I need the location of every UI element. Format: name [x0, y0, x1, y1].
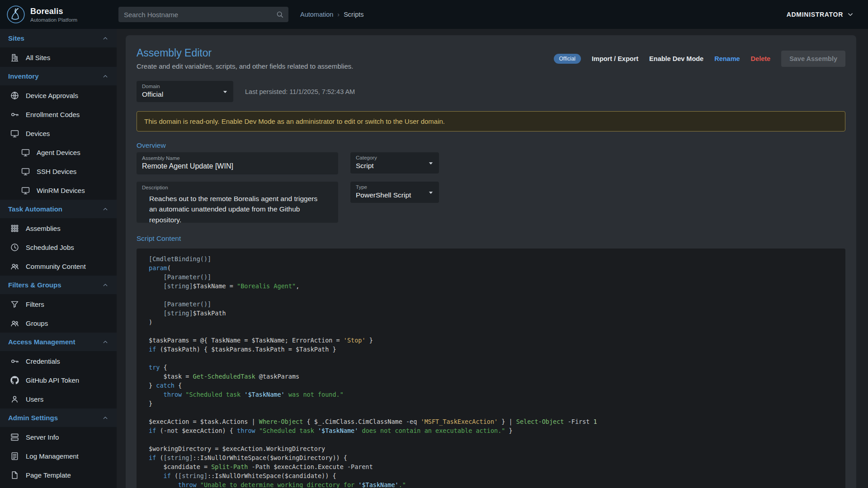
sidebar-item-label: Page Template: [26, 471, 71, 479]
brand-title: Borealis: [30, 7, 77, 16]
sidebar-item-label: GitHub API Token: [26, 376, 79, 384]
sidebar-section-access-management[interactable]: Access Management: [0, 333, 117, 352]
code-line: [149, 435, 835, 444]
sidebar-item-winrm-devices[interactable]: WinRM Devices: [0, 181, 117, 200]
code-line: $candidate = Split-Path -Path $execActio…: [149, 462, 835, 471]
chevron-up-icon: [101, 72, 109, 80]
code-line: [string]$TaskPath: [149, 309, 835, 318]
breadcrumb-item-automation[interactable]: Automation: [300, 11, 333, 18]
code-line: if ($TaskPath) { $taskParams.TaskPath = …: [149, 345, 835, 354]
assembly-editor-panel: Assembly Editor Create and edit variable…: [126, 35, 856, 488]
sidebar-item-github-api-token[interactable]: GitHub API Token: [0, 371, 117, 389]
topbar: Borealis Automation Platform Automation›…: [0, 0, 868, 29]
sidebar-section-sites[interactable]: Sites: [0, 29, 117, 48]
people-icon: [10, 319, 19, 328]
sidebar: SitesAll SitesInventoryDevice ApprovalsE…: [0, 29, 117, 488]
delete-button[interactable]: Delete: [751, 55, 771, 62]
search-input[interactable]: [124, 11, 276, 19]
domain-select[interactable]: Domain Official: [137, 81, 233, 102]
sidebar-item-server-info[interactable]: Server Info: [0, 427, 117, 446]
enable-dev-mode-button[interactable]: Enable Dev Mode: [649, 55, 703, 62]
chevron-up-icon: [101, 205, 109, 213]
filter-icon: [10, 300, 19, 309]
rename-button[interactable]: Rename: [714, 55, 740, 62]
search-icon[interactable]: [276, 10, 284, 19]
monitor-icon: [21, 186, 30, 195]
overview-form: Assembly Name Remote Agent Update [WIN] …: [137, 152, 845, 223]
chevron-up-icon: [101, 414, 109, 422]
sidebar-item-label: Enrollment Codes: [26, 111, 80, 118]
code-line: $taskParams = @{ TaskName = $TaskName; E…: [149, 336, 835, 345]
code-line: try {: [149, 363, 835, 372]
caret-down-icon: [426, 159, 435, 168]
sidebar-section-filters-groups[interactable]: Filters & Groups: [0, 276, 117, 295]
github-icon: [10, 375, 19, 385]
category-select-label: Category: [356, 155, 423, 160]
sidebar-section-task-automation[interactable]: Task Automation: [0, 200, 117, 219]
sidebar-item-users[interactable]: Users: [0, 389, 117, 408]
description-label: Description: [142, 185, 333, 190]
server-icon: [10, 432, 19, 442]
log-icon: [10, 451, 19, 461]
sidebar-item-log-management[interactable]: Log Management: [0, 446, 117, 465]
sidebar-item-credentials[interactable]: Credentials: [0, 352, 117, 371]
description-input[interactable]: Description Reaches out to the remote Bo…: [137, 182, 338, 223]
save-assembly-button[interactable]: Save Assembly: [781, 51, 845, 67]
sidebar-item-groups[interactable]: Groups: [0, 314, 117, 333]
sidebar-item-scheduled-jobs[interactable]: Scheduled Jobs: [0, 238, 117, 257]
sidebar-item-label: Log Management: [26, 452, 79, 460]
sidebar-section-label: Admin Settings: [8, 414, 58, 422]
sidebar-item-page-template[interactable]: Page Template: [0, 465, 117, 484]
code-line: ): [149, 318, 835, 327]
category-select[interactable]: Category Script: [350, 152, 439, 174]
type-select[interactable]: Type PowerShell Script: [350, 182, 439, 203]
sidebar-item-devices[interactable]: Devices: [0, 124, 117, 143]
sidebar-item-agent-devices[interactable]: Agent Devices: [0, 143, 117, 162]
description-value: Reaches out to the remote Borealis agent…: [142, 193, 323, 225]
code-line: [149, 327, 835, 336]
sidebar-item-device-approvals[interactable]: Device Approvals: [0, 86, 117, 105]
sidebar-item-assemblies[interactable]: Assemblies: [0, 219, 117, 238]
brand[interactable]: Borealis Automation Platform: [0, 5, 117, 24]
code-line: if (-not $execAction) { throw "Scheduled…: [149, 426, 835, 435]
sidebar-item-label: Community Content: [26, 263, 86, 270]
brand-subtitle: Automation Platform: [30, 17, 77, 23]
sidebar-item-label: Agent Devices: [37, 149, 80, 156]
sidebar-item-label: Devices: [26, 130, 50, 137]
chevron-up-icon: [101, 338, 109, 346]
monitor-icon: [10, 129, 19, 138]
last-persisted-text: Last persisted: 11/1/2025, 7:52:43 AM: [245, 88, 355, 95]
chevron-down-icon: [846, 10, 854, 19]
sidebar-item-ssh-devices[interactable]: SSH Devices: [0, 162, 117, 181]
page-icon: [10, 470, 19, 480]
search-box[interactable]: [118, 7, 288, 22]
breadcrumb-item-scripts[interactable]: Scripts: [344, 11, 363, 18]
sidebar-section-label: Filters & Groups: [8, 281, 61, 289]
code-line: } catch {: [149, 381, 835, 390]
sidebar-item-enrollment-codes[interactable]: Enrollment Codes: [0, 105, 117, 124]
sidebar-item-label: Groups: [26, 319, 48, 327]
user-menu-button[interactable]: ADMINISTRATOR: [787, 10, 854, 19]
code-line: [149, 354, 835, 363]
import-export-button[interactable]: Import / Export: [592, 55, 638, 62]
code-line: [Parameter()]: [149, 300, 835, 309]
sidebar-section-label: Sites: [8, 34, 24, 42]
code-line: [149, 291, 835, 300]
type-select-label: Type: [356, 184, 423, 190]
main-content: Assembly Editor Create and edit variable…: [117, 29, 868, 488]
sidebar-item-filters[interactable]: Filters: [0, 295, 117, 314]
sidebar-item-label: Users: [26, 395, 43, 403]
user-menu-label: ADMINISTRATOR: [787, 11, 843, 18]
sidebar-section-label: Inventory: [8, 72, 39, 80]
sidebar-section-inventory[interactable]: Inventory: [0, 67, 117, 86]
sidebar-item-label: All Sites: [26, 54, 50, 61]
script-editor[interactable]: [CmdletBinding()]param( [Parameter()] [s…: [137, 249, 845, 488]
sidebar-item-community-content[interactable]: Community Content: [0, 257, 117, 276]
assembly-name-input[interactable]: Assembly Name Remote Agent Update [WIN]: [137, 152, 338, 174]
sidebar-section-admin-settings[interactable]: Admin Settings: [0, 408, 117, 427]
layout: SitesAll SitesInventoryDevice ApprovalsE…: [0, 29, 868, 488]
domain-row: Domain Official Last persisted: 11/1/202…: [137, 81, 845, 102]
code-line: throw "Scheduled task '$TaskName' was no…: [149, 390, 835, 399]
domain-select-value: Official: [142, 90, 217, 99]
sidebar-item-all-sites[interactable]: All Sites: [0, 48, 117, 67]
